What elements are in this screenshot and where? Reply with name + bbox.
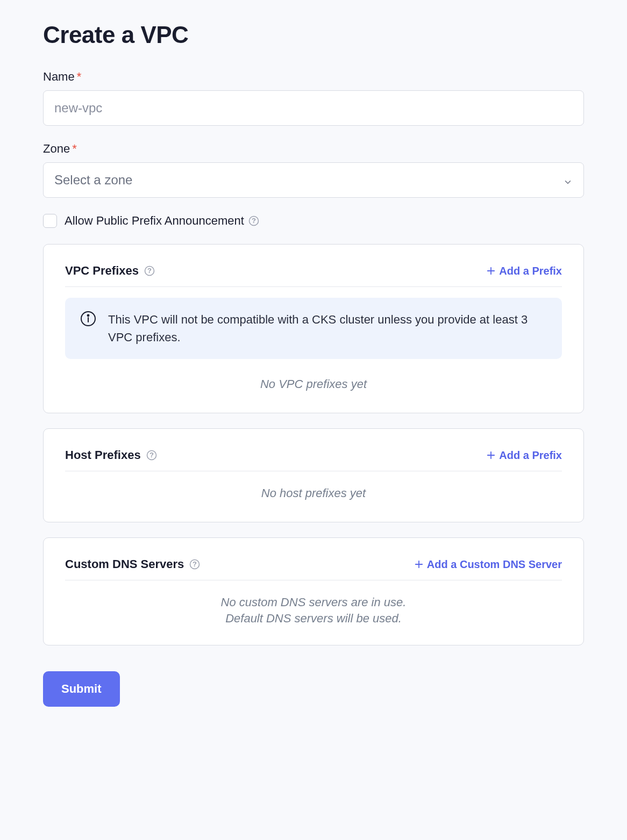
name-input[interactable] bbox=[43, 90, 584, 126]
host-prefixes-card: Host Prefixes ? Add a Prefix No host pre… bbox=[43, 428, 584, 522]
dns-empty-line1: No custom DNS servers are in use. bbox=[65, 591, 562, 612]
host-prefixes-title: Host Prefixes ? bbox=[65, 448, 157, 462]
plus-icon bbox=[486, 266, 496, 276]
add-vpc-prefix-label: Add a Prefix bbox=[499, 265, 562, 277]
allow-public-prefix-label-text: Allow Public Prefix Announcement bbox=[65, 214, 244, 228]
host-prefixes-empty: No host prefixes yet bbox=[65, 482, 562, 502]
add-host-prefix-label: Add a Prefix bbox=[499, 449, 562, 462]
help-icon[interactable]: ? bbox=[248, 216, 259, 226]
add-dns-server-label: Add a Custom DNS Server bbox=[427, 558, 562, 571]
svg-text:?: ? bbox=[252, 217, 256, 225]
zone-label-text: Zone bbox=[43, 142, 70, 155]
svg-point-7 bbox=[88, 315, 89, 317]
chevron-down-icon bbox=[563, 175, 573, 185]
vpc-prefixes-card: VPC Prefixes ? Add a Prefix This VPC wil… bbox=[43, 244, 584, 413]
vpc-prefixes-title: VPC Prefixes ? bbox=[65, 264, 155, 278]
dns-servers-title: Custom DNS Servers ? bbox=[65, 557, 200, 571]
svg-text:?: ? bbox=[193, 560, 197, 568]
plus-icon bbox=[486, 450, 496, 460]
allow-public-prefix-checkbox[interactable] bbox=[43, 214, 57, 228]
vpc-prefixes-title-text: VPC Prefixes bbox=[65, 264, 139, 278]
svg-text:?: ? bbox=[147, 267, 152, 275]
zone-placeholder: Select a zone bbox=[54, 173, 132, 188]
vpc-prefixes-empty: No VPC prefixes yet bbox=[65, 373, 562, 393]
plus-icon bbox=[414, 559, 424, 569]
help-icon[interactable]: ? bbox=[189, 559, 200, 570]
name-label-text: Name bbox=[43, 70, 75, 83]
required-indicator: * bbox=[72, 142, 77, 155]
help-icon[interactable]: ? bbox=[144, 265, 155, 276]
vpc-prefixes-info-banner: This VPC will not be compatible with a C… bbox=[65, 298, 562, 359]
submit-button[interactable]: Submit bbox=[43, 671, 120, 707]
dns-servers-title-text: Custom DNS Servers bbox=[65, 557, 184, 571]
help-icon[interactable]: ? bbox=[146, 450, 157, 461]
vpc-prefixes-info-text: This VPC will not be compatible with a C… bbox=[108, 311, 547, 346]
svg-text:?: ? bbox=[149, 451, 154, 459]
required-indicator: * bbox=[77, 70, 82, 83]
allow-public-prefix-label: Allow Public Prefix Announcement ? bbox=[65, 214, 259, 228]
zone-label: Zone* bbox=[43, 142, 584, 156]
add-vpc-prefix-button[interactable]: Add a Prefix bbox=[486, 265, 562, 277]
page-title: Create a VPC bbox=[43, 21, 584, 48]
info-icon bbox=[80, 311, 96, 327]
name-label: Name* bbox=[43, 70, 584, 84]
host-prefixes-title-text: Host Prefixes bbox=[65, 448, 141, 462]
dns-empty-line2: Default DNS servers will be used. bbox=[65, 612, 562, 626]
add-dns-server-button[interactable]: Add a Custom DNS Server bbox=[414, 558, 562, 571]
add-host-prefix-button[interactable]: Add a Prefix bbox=[486, 449, 562, 462]
dns-servers-card: Custom DNS Servers ? Add a Custom DNS Se… bbox=[43, 537, 584, 645]
zone-select[interactable]: Select a zone bbox=[43, 162, 584, 198]
